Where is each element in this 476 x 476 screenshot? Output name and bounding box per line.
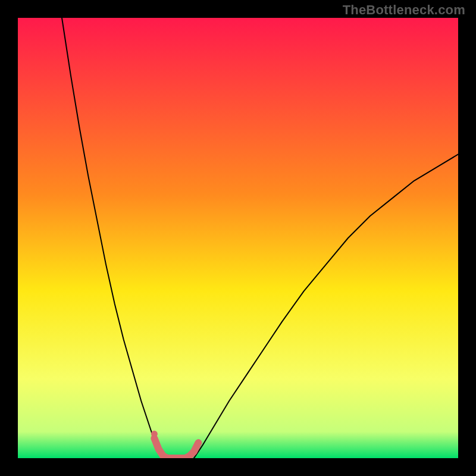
chart-frame: TheBottleneck.com	[0, 0, 476, 476]
watermark-text: TheBottleneck.com	[343, 2, 465, 18]
bottleneck-curve-plot	[18, 18, 458, 458]
marker-valley-dot	[151, 431, 158, 437]
marker-layer	[151, 431, 158, 437]
plot-background	[18, 18, 458, 458]
